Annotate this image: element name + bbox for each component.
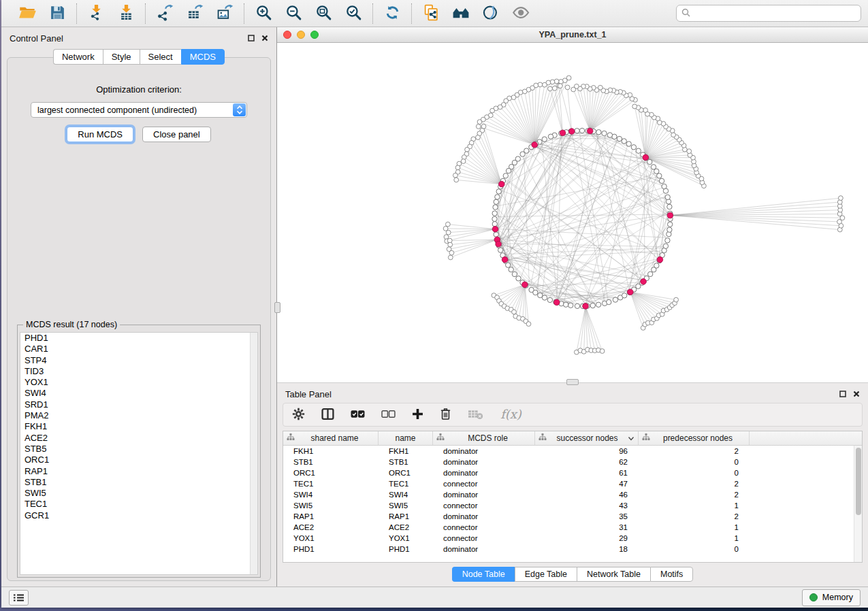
show-hide-button[interactable] <box>509 3 533 24</box>
tab-edge-table[interactable]: Edge Table <box>515 567 577 582</box>
gear-button[interactable] <box>292 408 305 423</box>
table-cell: dominator <box>433 491 535 499</box>
maximize-traffic-light[interactable] <box>310 31 319 39</box>
zoom-fit-button[interactable] <box>311 3 336 24</box>
optimization-criterion-select[interactable]: largest connected component (undirected) <box>31 102 247 118</box>
table-row[interactable]: PHD1PHD1dominator180 <box>283 544 862 555</box>
network-view: YPA_prune.txt_1 <box>277 27 868 382</box>
run-mcds-button[interactable]: Run MCDS <box>67 127 133 142</box>
table-row[interactable]: SWI5SWI5connector431 <box>283 500 862 511</box>
tab-mcds[interactable]: MCDS <box>181 49 225 65</box>
table-panel-float-button[interactable] <box>839 391 846 397</box>
main-toolbar-groups <box>8 0 540 27</box>
mcds-result-item[interactable]: ORC1 <box>20 455 257 465</box>
import-table-button[interactable] <box>114 3 138 24</box>
delete-button[interactable] <box>440 408 451 423</box>
table-cell: 2 <box>639 447 750 455</box>
task-history-button[interactable] <box>9 590 29 606</box>
mcds-result-scrollbar[interactable] <box>250 333 257 574</box>
memory-button[interactable]: Memory <box>802 589 861 606</box>
mcds-result-item[interactable]: RAP1 <box>20 466 257 477</box>
export-image-button[interactable] <box>212 3 237 24</box>
mcds-result-item[interactable]: YOX1 <box>20 377 257 388</box>
mcds-result-item[interactable]: FKH1 <box>20 421 257 432</box>
node-table-header: shared namenameMCDS rolesuccessor nodesp… <box>283 431 862 446</box>
mcds-result-item[interactable]: GCR1 <box>20 510 257 521</box>
clone-network-button[interactable] <box>419 3 443 24</box>
zoom-selected-button[interactable] <box>341 3 366 24</box>
network-graph[interactable] <box>277 43 868 382</box>
table-row[interactable]: FKH1FKH1dominator962 <box>283 446 862 457</box>
zoom-out-button[interactable] <box>281 3 306 24</box>
export-table-button[interactable] <box>182 3 207 24</box>
table-cell: SWI5 <box>379 501 433 510</box>
table-cell: 1 <box>639 523 750 531</box>
table-row[interactable]: YOX1YOX1connector291 <box>283 533 862 544</box>
mcds-result-item[interactable]: PHD1 <box>20 333 257 344</box>
network-canvas[interactable] <box>277 43 868 382</box>
table-row[interactable]: TEC1TEC1connector472 <box>283 478 862 489</box>
tab-network[interactable]: Network <box>53 49 103 65</box>
mcds-result-item[interactable]: STB5 <box>20 444 257 455</box>
table-cell: PHD1 <box>379 545 433 553</box>
table-scrollbar[interactable] <box>854 446 862 562</box>
deselect-all-button[interactable] <box>381 410 396 420</box>
mcds-result-list[interactable]: PHD1CAR1STP4TID3YOX1SWI4SRD1PMA2FKH1ACE2… <box>20 332 258 575</box>
table-row[interactable]: ACE2ACE2connector311 <box>283 522 862 533</box>
mcds-result-item[interactable]: ACE2 <box>20 433 257 444</box>
mcds-result-item[interactable]: SRD1 <box>20 399 257 410</box>
table-cell: STB1 <box>283 458 379 466</box>
column-header-shared-name[interactable]: shared name <box>283 431 379 445</box>
tab-motifs[interactable]: Motifs <box>650 567 693 582</box>
mcds-result-item[interactable]: SWI5 <box>20 488 257 499</box>
table-scrollbar-thumb[interactable] <box>856 448 861 515</box>
memory-label: Memory <box>822 593 853 602</box>
tab-node-table[interactable]: Node Table <box>452 567 515 582</box>
control-panel-close-button[interactable] <box>261 35 268 42</box>
table-row[interactable]: STB1STB1dominator620 <box>283 457 862 467</box>
horizontal-splitter-handle[interactable] <box>566 379 579 385</box>
export-network-button[interactable] <box>152 3 177 24</box>
table-row[interactable]: ORC1ORC1dominator610 <box>283 467 862 478</box>
search-box[interactable] <box>676 5 861 22</box>
column-header-name[interactable]: name <box>379 431 433 445</box>
mcds-result-item[interactable]: STP4 <box>20 355 257 366</box>
column-header-successor-nodes[interactable]: successor nodes <box>535 431 639 445</box>
zoom-in-icon <box>255 4 272 23</box>
mcds-result-item[interactable]: CAR1 <box>20 344 257 354</box>
table-cell: PHD1 <box>283 545 379 553</box>
tab-style[interactable]: Style <box>103 49 140 65</box>
tab-network-table[interactable]: Network Table <box>577 567 650 582</box>
mcds-result-item[interactable]: PMA2 <box>20 410 257 421</box>
mcds-result-group: MCDS result (17 nodes) PHD1CAR1STP4TID3Y… <box>17 325 261 578</box>
graphics-details-button[interactable] <box>479 3 503 24</box>
toolbar-group <box>244 3 373 24</box>
close-traffic-light[interactable] <box>283 31 291 39</box>
zoom-in-button[interactable] <box>251 3 276 24</box>
mcds-result-item[interactable]: TEC1 <box>20 499 257 510</box>
optimization-criterion-value: largest connected component (undirected) <box>37 105 197 115</box>
mcds-result-item[interactable]: STB1 <box>20 477 257 488</box>
column-label: shared name <box>295 433 374 443</box>
column-header-MCDS-role[interactable]: MCDS role <box>433 431 535 445</box>
refresh-network-button[interactable] <box>380 3 404 24</box>
table-panel-close-button[interactable] <box>853 391 860 397</box>
search-binoculars-button[interactable] <box>449 3 473 24</box>
vertical-splitter-handle[interactable] <box>274 302 280 313</box>
control-panel-float-button[interactable] <box>248 35 255 42</box>
columns-button[interactable] <box>321 408 334 423</box>
tab-select[interactable]: Select <box>140 49 181 65</box>
open-file-button[interactable] <box>15 3 39 24</box>
save-session-button[interactable] <box>45 3 69 24</box>
search-input[interactable] <box>694 9 856 18</box>
select-all-button[interactable] <box>351 410 365 420</box>
import-network-button[interactable] <box>84 3 108 24</box>
minimize-traffic-light[interactable] <box>297 31 305 39</box>
mcds-result-item[interactable]: SWI4 <box>20 388 257 399</box>
add-button[interactable] <box>412 408 423 422</box>
table-row[interactable]: RAP1RAP1dominator352 <box>283 511 862 522</box>
column-header-predecessor-nodes[interactable]: predecessor nodes <box>639 431 750 445</box>
table-row[interactable]: SWI4SWI4dominator462 <box>283 489 862 500</box>
mcds-result-item[interactable]: TID3 <box>20 366 257 377</box>
close-panel-button[interactable]: Close panel <box>142 127 211 142</box>
